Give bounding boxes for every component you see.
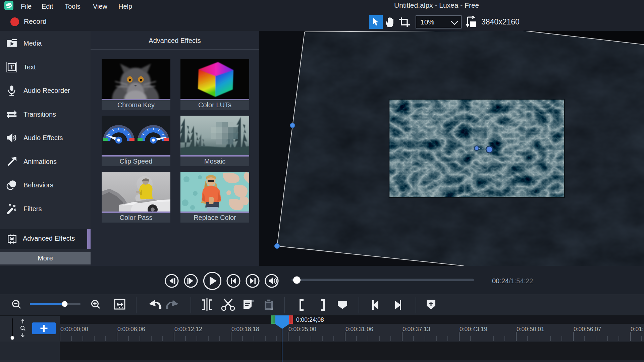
svg-text:T: T	[10, 64, 14, 71]
svg-text:0:00:24;08: 0:00:24;08	[296, 316, 324, 323]
svg-text:0:00:31;06: 0:00:31;06	[345, 326, 373, 333]
svg-text:0:00:25;00: 0:00:25;00	[288, 326, 316, 333]
svg-text:0:00:37;13: 0:00:37;13	[402, 326, 430, 333]
svg-text:0:00:18;18: 0:00:18;18	[231, 326, 259, 333]
svg-text:0:00:50;01: 0:00:50;01	[517, 326, 544, 333]
svg-text:0:00:12;12: 0:00:12;12	[174, 326, 202, 333]
svg-text:0:00:00;00: 0:00:00;00	[60, 326, 88, 333]
svg-text:0:01:0: 0:01:0	[631, 326, 644, 333]
svg-text:0:00:43;19: 0:00:43;19	[460, 326, 487, 333]
svg-text:0:00:06;06: 0:00:06;06	[117, 326, 145, 333]
svg-text:00:24/1:54:22: 00:24/1:54:22	[492, 277, 533, 285]
svg-text:0:00:56;07: 0:00:56;07	[574, 326, 601, 333]
